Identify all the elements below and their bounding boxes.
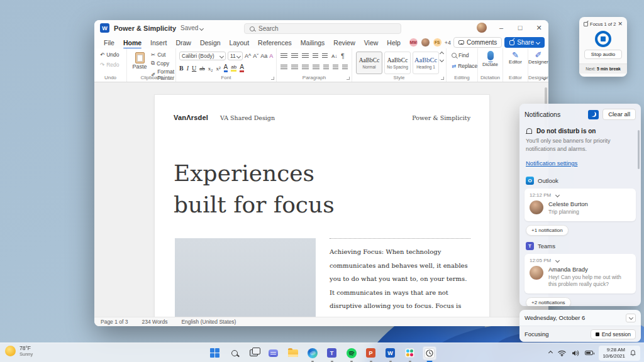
font-name-select[interactable]: Calibri (Body) [179, 52, 226, 60]
section-header-outlook[interactable]: O Outlook [519, 173, 641, 189]
strikethrough-button[interactable]: ab [199, 65, 205, 72]
word-count[interactable]: 234 Words [142, 319, 167, 325]
stop-audio-button[interactable]: Stop audio [584, 50, 622, 59]
decrease-indent-button[interactable] [313, 53, 318, 59]
file-explorer-button[interactable] [286, 346, 300, 360]
designer-button[interactable]: ✐ Designer [528, 51, 548, 65]
menu-tab-file[interactable]: File [99, 38, 119, 48]
teams-button[interactable]: T [325, 346, 339, 360]
dialog-launcher-icon[interactable] [170, 77, 174, 80]
font-size-select[interactable]: 11 [228, 52, 243, 60]
style-gallery-down-icon[interactable] [440, 58, 444, 62]
pilcrow-button[interactable]: ¶ [341, 53, 344, 60]
focus-stop-ring-button[interactable] [595, 31, 611, 47]
align-center-button[interactable] [291, 65, 298, 70]
menu-tab-insert[interactable]: Insert [146, 38, 171, 48]
menu-tab-design[interactable]: Design [196, 38, 225, 48]
search-input[interactable]: Search [244, 23, 401, 34]
borders-button[interactable] [342, 65, 348, 70]
collaborator-avatar-photo[interactable] [421, 38, 430, 47]
superscript-button[interactable]: x² [216, 65, 220, 72]
notification-card-teams[interactable]: 12:05 PM Amanda Brady Hey! Can you help … [525, 254, 636, 293]
bullets-button[interactable] [280, 53, 287, 59]
task-view-button[interactable] [247, 346, 261, 360]
dialog-launcher-icon[interactable] [347, 77, 350, 80]
collaborator-avatar-mm[interactable]: MM [409, 38, 418, 47]
language-status[interactable]: English (United States) [181, 319, 236, 325]
replace-button[interactable]: ⇄Replace [450, 62, 477, 70]
highlight-button[interactable]: ab [231, 65, 236, 72]
font-color-button[interactable]: A [240, 64, 244, 72]
menu-tab-home[interactable]: Home [119, 38, 146, 48]
save-status[interactable]: Saved [180, 25, 203, 31]
volume-icon[interactable] [572, 350, 579, 356]
bold-button[interactable]: B [179, 65, 184, 72]
dialog-launcher-icon[interactable] [271, 77, 274, 80]
taskbar-search-button[interactable] [228, 346, 242, 360]
underline-button[interactable]: U [192, 65, 196, 72]
more-notifications-pill[interactable]: +2 notifications [526, 297, 571, 307]
justify-button[interactable] [313, 65, 319, 70]
menu-tab-review[interactable]: Review [329, 38, 359, 48]
shading-button[interactable] [333, 65, 338, 70]
start-button[interactable] [208, 346, 222, 360]
copy-button[interactable]: ⧉Copy [150, 59, 175, 67]
change-case-button[interactable]: Aa [260, 53, 267, 59]
page-count[interactable]: Page 1 of 3 [101, 319, 128, 325]
section-header-teams[interactable]: T Teams [519, 238, 641, 254]
chat-button[interactable] [267, 346, 280, 360]
menu-tab-draw[interactable]: Draw [171, 38, 196, 48]
clear-all-button[interactable]: Clear all [602, 109, 636, 120]
clock-app-button[interactable] [423, 346, 436, 360]
chevron-down-icon[interactable] [555, 258, 560, 262]
multilevel-list-button[interactable] [302, 53, 309, 59]
increase-indent-button[interactable] [322, 53, 328, 59]
tray-overflow-chevron-icon[interactable] [548, 351, 553, 355]
grow-font-button[interactable]: A^ [245, 53, 251, 59]
line-spacing-button[interactable] [323, 65, 329, 70]
cut-button[interactable]: ✂Cut [150, 51, 175, 58]
chevron-down-icon[interactable] [555, 193, 560, 197]
sort-button[interactable]: A↓ [331, 53, 337, 59]
collaborator-avatar-fs[interactable]: FS [433, 38, 442, 47]
battery-icon[interactable] [585, 351, 593, 355]
maximize-button[interactable]: □ [516, 24, 525, 31]
menu-tab-layout[interactable]: Layout [225, 38, 254, 48]
text-effects-button[interactable]: A [224, 64, 228, 72]
powerpoint-button[interactable]: P [364, 346, 378, 360]
spotify-button[interactable] [345, 346, 358, 360]
menu-tab-mailings[interactable]: Mailings [296, 38, 330, 48]
subscript-button[interactable]: x₂ [208, 65, 213, 72]
comments-button[interactable]: Comments [453, 37, 502, 48]
menu-tab-view[interactable]: View [360, 38, 383, 48]
word-button[interactable]: W [384, 346, 397, 360]
editor-button[interactable]: ✎ Editor [503, 51, 528, 65]
style-gallery-up-icon[interactable] [440, 52, 444, 56]
undo-button[interactable]: ↶Undo [99, 51, 126, 58]
italic-button[interactable]: I [187, 65, 189, 72]
tray-clock[interactable]: 9:28 AM 10/6/2021 [599, 346, 640, 361]
user-avatar[interactable] [477, 23, 487, 33]
expand-calendar-button[interactable] [626, 314, 636, 322]
collaborators-more[interactable]: +4 [445, 40, 451, 46]
wifi-icon[interactable] [558, 350, 566, 356]
shrink-font-button[interactable]: Aˇ [253, 53, 258, 59]
more-notifications-pill[interactable]: +1 notification [526, 225, 569, 236]
dialog-launcher-icon[interactable] [441, 77, 444, 80]
minimize-button[interactable]: – [497, 24, 506, 31]
dictate-button[interactable]: Dictate [478, 51, 502, 67]
redo-button[interactable]: ↷Redo [99, 61, 126, 69]
close-button[interactable]: ✕ [535, 24, 543, 32]
style-heading-1[interactable]: AaBbCc Heading 1 [413, 52, 439, 74]
end-session-button[interactable]: End session [591, 329, 636, 339]
align-right-button[interactable] [302, 65, 309, 70]
notification-settings-link[interactable]: Notification settings [526, 160, 577, 167]
document-page[interactable]: VanΛrsdel VA Shared Design Power & Simpl… [155, 95, 489, 317]
edge-button[interactable] [306, 346, 319, 360]
numbering-button[interactable] [291, 53, 298, 59]
find-button[interactable]: Find [450, 52, 477, 59]
style-normal[interactable]: AaBbCc Normal [356, 52, 382, 74]
menu-tab-references[interactable]: References [253, 38, 296, 48]
expand-icon[interactable] [584, 22, 588, 26]
notifications-scrollbar[interactable] [638, 130, 640, 169]
